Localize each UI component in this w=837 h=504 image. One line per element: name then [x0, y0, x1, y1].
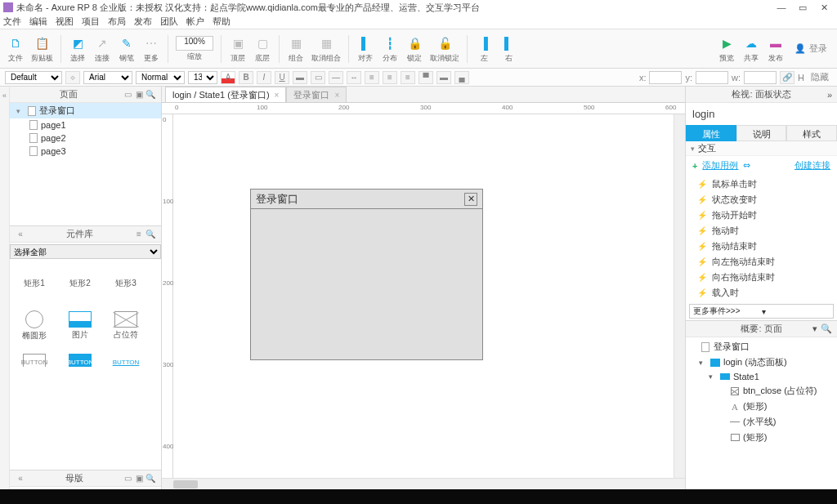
tool-more[interactable]: ⋯更多: [141, 34, 162, 64]
tool-lock[interactable]: 🔒锁定: [404, 34, 425, 64]
valign-b-btn[interactable]: ▄: [454, 71, 469, 84]
y-input[interactable]: [696, 71, 728, 84]
widget-rect1[interactable]: 矩形1: [11, 262, 57, 305]
weight-select[interactable]: Normal: [136, 71, 185, 84]
tool-connect[interactable]: ↗连接: [92, 34, 113, 64]
event-swipeleft[interactable]: ⚡向左拖动结束时: [686, 254, 837, 270]
event-dragend[interactable]: ⚡拖动结束时: [686, 239, 837, 254]
menu-team[interactable]: 团队: [160, 16, 178, 28]
widget-rect2[interactable]: 矩形2: [57, 262, 103, 305]
close-button[interactable]: ✕: [819, 2, 829, 12]
outline-state[interactable]: ▾State1: [686, 370, 837, 383]
widget-link-button[interactable]: BUTTON链接按钮: [103, 347, 149, 367]
collapse-icon[interactable]: «: [15, 473, 26, 484]
fill-btn[interactable]: ▬: [293, 71, 307, 84]
login-window-close-btn[interactable]: ✕: [464, 193, 477, 206]
menu-project[interactable]: 项目: [82, 16, 100, 28]
tab-main[interactable]: login / State1 (登录窗口)×: [165, 87, 286, 102]
event-swiperight[interactable]: ⚡向右拖动结束时: [686, 270, 837, 285]
page-item-3[interactable]: page3: [10, 145, 161, 158]
underline-btn[interactable]: U: [275, 71, 289, 84]
more-events-dropdown[interactable]: 更多事件>>>▾: [689, 304, 834, 319]
page-root[interactable]: ▾登录窗口: [10, 103, 161, 118]
widget-ellipse[interactable]: 椭圆形: [11, 305, 57, 347]
font-select[interactable]: Arial: [83, 71, 132, 84]
add-case-link[interactable]: 添加用例: [702, 159, 738, 172]
left-collapse-strip[interactable]: «: [0, 87, 10, 489]
scroll-thumb[interactable]: [173, 480, 198, 488]
valign-t-btn[interactable]: ▀: [418, 71, 433, 84]
outline-root[interactable]: 登录窗口: [686, 339, 837, 355]
add-master-icon[interactable]: ▭: [122, 473, 133, 484]
arrow-btn[interactable]: ↔: [347, 71, 361, 84]
tool-file[interactable]: 🗋文件: [5, 34, 26, 64]
outline-dp[interactable]: ▾login (动态面板): [686, 355, 837, 370]
lib-search-icon[interactable]: 🔍: [145, 229, 156, 240]
tool-front[interactable]: ▣顶层: [227, 34, 248, 64]
size-select[interactable]: 13: [188, 71, 217, 84]
outline-item-line[interactable]: (水平线): [686, 414, 837, 430]
event-onload[interactable]: ⚡载入时: [686, 285, 837, 301]
tool-distribute[interactable]: ┇分布: [379, 34, 401, 64]
tool-zoom[interactable]: 100%缩放: [174, 36, 215, 62]
tab-second[interactable]: 登录窗口×: [286, 87, 347, 102]
style-copy-icon[interactable]: ⟐: [65, 71, 80, 84]
tab-properties[interactable]: 属性: [686, 125, 736, 141]
lib-menu-icon[interactable]: ≡: [133, 229, 145, 240]
canvas[interactable]: 登录窗口 ✕: [173, 114, 674, 478]
tab-notes[interactable]: 说明: [736, 125, 787, 141]
maximize-button[interactable]: ▭: [798, 2, 808, 12]
x-input[interactable]: [649, 71, 682, 84]
color-btn[interactable]: A: [221, 71, 235, 84]
bold-btn[interactable]: B: [239, 71, 253, 84]
border-btn[interactable]: ▭: [311, 71, 325, 84]
tool-left[interactable]: ▐左: [473, 34, 495, 64]
master-search-icon[interactable]: 🔍: [145, 473, 156, 484]
login-window-widget[interactable]: 登录窗口 ✕: [250, 189, 483, 360]
event-onclick[interactable]: ⚡鼠标单击时: [686, 176, 837, 192]
tool-share[interactable]: ☁共享: [741, 34, 762, 64]
outline-item-rect2[interactable]: (矩形): [686, 430, 837, 445]
add-page-icon[interactable]: ▭: [122, 89, 133, 100]
tool-ungroup[interactable]: ▦取消组合: [310, 34, 342, 64]
widget-image[interactable]: 图片: [57, 305, 103, 347]
widget-lib-select[interactable]: 选择全部: [10, 244, 161, 259]
tool-clipboard[interactable]: 📋剪贴板: [29, 34, 55, 64]
valign-m-btn[interactable]: ▬: [436, 71, 451, 84]
widget-button[interactable]: BUTTON按钮: [11, 347, 57, 367]
outline-search-icon[interactable]: 🔍: [821, 323, 832, 334]
canvas-scroll-h[interactable]: [162, 478, 685, 489]
align-l-btn[interactable]: ≡: [365, 71, 379, 84]
style-select[interactable]: Default: [5, 71, 62, 84]
italic-btn[interactable]: I: [257, 71, 271, 84]
menu-layout[interactable]: 布局: [108, 16, 126, 28]
event-dragstart[interactable]: ⚡拖动开始时: [686, 207, 837, 223]
tool-back[interactable]: ▢底层: [252, 34, 273, 64]
hide-toggle[interactable]: 隐藏: [808, 71, 832, 83]
menu-publish[interactable]: 发布: [134, 16, 152, 28]
event-statechange[interactable]: ⚡状态改变时: [686, 192, 837, 207]
canvas-scroll-v[interactable]: [674, 114, 685, 478]
tool-pen[interactable]: ✎钢笔: [116, 34, 137, 64]
event-drag[interactable]: ⚡拖动时: [686, 223, 837, 239]
tool-publish[interactable]: ▬发布: [765, 34, 786, 64]
align-c-btn[interactable]: ≡: [383, 71, 397, 84]
tool-unlock[interactable]: 🔓取消锁定: [428, 34, 461, 64]
menu-help[interactable]: 帮助: [213, 16, 231, 28]
create-link[interactable]: 创建连接: [794, 159, 830, 172]
menu-edit[interactable]: 编辑: [29, 16, 47, 28]
master-folder-icon[interactable]: ▣: [133, 473, 145, 484]
menu-account[interactable]: 帐户: [186, 16, 204, 28]
menu-view[interactable]: 视图: [56, 16, 74, 28]
tool-align[interactable]: ▌对齐: [355, 34, 376, 64]
interactions-header[interactable]: ▾交互: [686, 141, 837, 156]
page-item-2[interactable]: page2: [10, 132, 161, 145]
tool-select[interactable]: ◩选择: [67, 34, 88, 64]
widget-rect3[interactable]: 矩形3: [103, 262, 149, 305]
page-item-1[interactable]: page1: [10, 118, 161, 132]
tool-preview[interactable]: ▶预览: [716, 34, 737, 64]
lock-wh-icon[interactable]: 🔗: [780, 71, 794, 84]
minimize-button[interactable]: —: [777, 2, 786, 12]
line-btn[interactable]: —: [329, 71, 343, 84]
outline-item-close[interactable]: btn_close (占位符): [686, 383, 837, 399]
